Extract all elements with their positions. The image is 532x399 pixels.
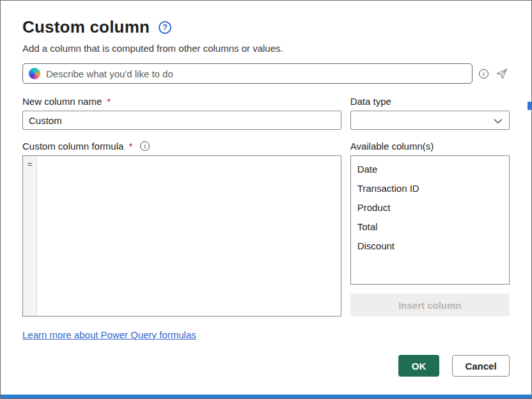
formula-editor[interactable]: = bbox=[22, 155, 341, 317]
list-item[interactable]: Transaction ID bbox=[351, 179, 509, 198]
copilot-row: i bbox=[22, 63, 510, 84]
formula-textarea[interactable] bbox=[37, 156, 341, 316]
required-asterisk: * bbox=[129, 141, 132, 152]
new-column-name-label: New column name* bbox=[22, 96, 341, 107]
list-item[interactable]: Product bbox=[351, 198, 509, 217]
copilot-input-box[interactable] bbox=[22, 63, 473, 84]
ok-button[interactable]: OK bbox=[398, 355, 439, 377]
dialog-subtitle: Add a column that is computed from other… bbox=[22, 43, 510, 54]
info-icon[interactable]: i bbox=[479, 69, 489, 79]
data-type-label: Data type bbox=[350, 96, 510, 107]
data-type-dropdown[interactable] bbox=[350, 111, 510, 130]
dialog-header: Custom column ? bbox=[22, 17, 510, 37]
required-asterisk: * bbox=[107, 96, 111, 107]
custom-column-dialog: Custom column ? Add a column that is com… bbox=[0, 0, 532, 399]
page-title: Custom column bbox=[22, 17, 150, 37]
copilot-icon bbox=[29, 68, 40, 79]
copilot-input[interactable] bbox=[46, 68, 466, 79]
available-columns-list[interactable]: Date Transaction ID Product Total Discou… bbox=[350, 155, 510, 285]
chevron-down-icon bbox=[494, 115, 503, 126]
edge-artifact bbox=[528, 102, 531, 110]
list-item[interactable]: Discount bbox=[351, 237, 509, 256]
list-item[interactable]: Date bbox=[351, 160, 509, 179]
send-icon[interactable] bbox=[496, 67, 508, 80]
formula-gutter: = bbox=[23, 156, 37, 316]
formula-label: Custom column formula* i bbox=[22, 141, 341, 152]
formula-info-icon[interactable]: i bbox=[140, 141, 150, 151]
learn-more-link[interactable]: Learn more about Power Query formulas bbox=[22, 329, 196, 340]
list-item[interactable]: Total bbox=[351, 217, 509, 237]
help-icon[interactable]: ? bbox=[159, 21, 171, 34]
new-column-name-input[interactable] bbox=[22, 111, 341, 130]
cancel-button[interactable]: Cancel bbox=[452, 355, 510, 377]
insert-column-button[interactable]: Insert column bbox=[350, 293, 510, 317]
dialog-bottom-accent bbox=[1, 395, 531, 398]
available-columns-label: Available column(s) bbox=[350, 141, 510, 152]
